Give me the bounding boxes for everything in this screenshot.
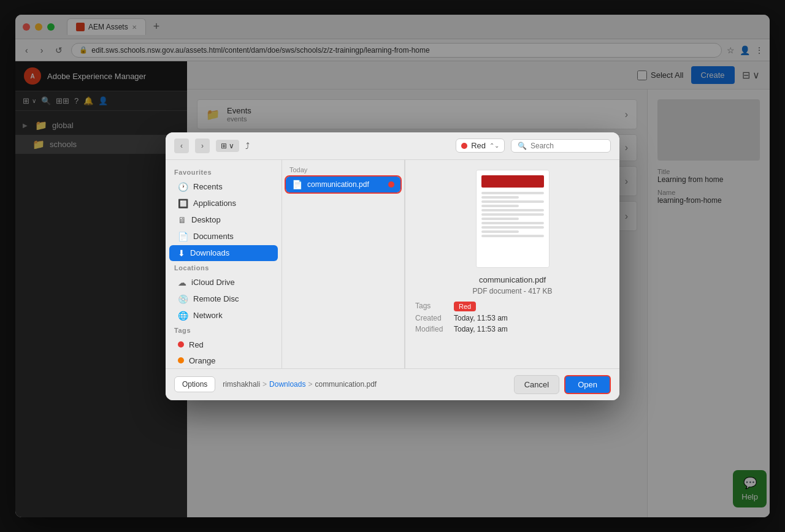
tag-dot-orange [178,357,184,363]
fp-body: Favourites 🕐 Recents 🔲 Applications 🖥 De… [166,160,619,368]
fp-view-icon: ⊞ [221,142,227,150]
fp-favourites-header: Favourites [166,166,281,178]
fp-created-label: Created [415,314,449,322]
sidebar-label-downloads: Downloads [190,248,229,257]
fp-back-icon: ‹ [180,142,183,150]
fp-breadcrumb-file: communication.pdf [315,380,377,389]
fp-doc-line-6 [481,213,544,216]
fp-meta-created: Created Today, 11:53 am [415,314,610,322]
sidebar-tag-orange[interactable]: Orange [169,353,278,368]
fp-tag-arrow: ⌃⌄ [489,142,499,149]
network-icon: 🌐 [178,311,188,321]
fp-breadcrumb-downloads[interactable]: Downloads [269,380,305,389]
fp-open-button[interactable]: Open [564,375,611,394]
remote-icon: 💿 [178,294,188,304]
sidebar-item-icloud[interactable]: ☁ iCloud Drive [169,275,278,291]
sidebar-item-recents[interactable]: 🕐 Recents [169,179,278,195]
sidebar-label-icloud: iCloud Drive [191,278,235,287]
fp-today-label: Today [282,164,404,176]
fp-breadcrumb-user: rimshakhali [223,380,260,389]
fp-meta-tags: Tags Red [415,302,610,311]
fp-doc-line-4 [481,205,519,207]
fp-doc-line-3 [481,200,544,203]
file-picker: ‹ › ⊞ ∨ ⤴ Red ⌃⌄ 🔍 Favouri [166,132,619,400]
fp-content: Today 📄 communication.pdf [282,160,619,368]
fp-preview-type: PDF document - 417 KB [472,287,552,295]
fp-footer: Options rimshakhali > Downloads > commun… [166,368,619,400]
fp-forward-icon: › [201,142,204,150]
fp-tags-label: Tags [415,302,449,310]
sidebar-tag-red[interactable]: Red [169,337,278,352]
fp-preview-doc [477,170,549,267]
sidebar-item-documents[interactable]: 📄 Documents [169,229,278,245]
sidebar-label-network: Network [193,311,223,320]
fp-file-name-communication: communication.pdf [307,180,383,189]
downloads-icon: ⬇ [178,248,185,258]
fp-doc-line-11 [481,235,544,237]
sidebar-item-applications[interactable]: 🔲 Applications [169,196,278,211]
fp-view-button[interactable]: ⊞ ∨ [216,140,239,152]
fp-doc-header [481,175,544,188]
sidebar-label-recents: Recents [193,182,223,191]
fp-preview: communication.pdf PDF document - 417 KB … [405,160,619,368]
tag-label-orange: Orange [189,356,215,365]
fp-preview-image [476,170,550,268]
fp-doc-line-10 [481,230,519,233]
sidebar-item-downloads[interactable]: ⬇ Downloads [169,245,278,261]
fp-dir-button[interactable]: ⤴ [245,141,250,151]
fp-back-button[interactable]: ‹ [174,139,189,153]
fp-tag-label: Red [471,141,486,150]
sidebar-label-remote: Remote Disc [193,294,239,303]
fp-created-value: Today, 11:53 am [454,314,610,322]
sidebar-label-desktop: Desktop [191,215,221,224]
fp-doc-line-2 [481,196,519,199]
fp-doc-line-5 [481,209,544,211]
fp-search[interactable]: 🔍 [511,139,611,153]
sidebar-item-network[interactable]: 🌐 Network [169,308,278,324]
fp-modified-value: Today, 11:53 am [454,325,610,333]
file-picker-overlay: ‹ › ⊞ ∨ ⤴ Red ⌃⌄ 🔍 Favouri [0,0,785,532]
fp-doc-line-1 [481,192,544,194]
fp-tags-header: Tags [166,324,281,336]
fp-options-button[interactable]: Options [174,376,215,392]
fp-file-list: Today 📄 communication.pdf [282,160,405,368]
fp-search-icon: 🔍 [518,142,527,150]
fp-forward-button[interactable]: › [195,139,210,153]
recents-icon: 🕐 [178,182,188,192]
sidebar-label-documents: Documents [193,232,234,241]
fp-doc-line-8 [481,222,544,224]
fp-file-item-communication[interactable]: 📄 communication.pdf [286,177,400,192]
fp-breadcrumb-sep-1: > [262,380,267,389]
applications-icon: 🔲 [178,199,188,208]
fp-file-badge [388,181,394,188]
desktop-icon: 🖥 [178,215,186,225]
tag-dot-red [178,341,184,348]
fp-meta-modified: Modified Today, 11:53 am [415,325,610,333]
fp-doc-line-9 [481,226,544,229]
fp-locations-header: Locations [166,262,281,274]
fp-search-input[interactable] [530,142,604,150]
fp-view-chevron: ∨ [229,142,234,150]
tag-label-red: Red [189,340,204,349]
fp-tag-selector[interactable]: Red ⌃⌄ [456,139,505,153]
fp-tags-value: Red [454,302,476,311]
documents-icon: 📄 [178,232,188,241]
fp-file-icon-pdf: 📄 [292,180,302,189]
fp-sidebar: Favourites 🕐 Recents 🔲 Applications 🖥 De… [166,160,282,368]
fp-footer-buttons: Cancel Open [514,375,611,394]
sidebar-item-desktop[interactable]: 🖥 Desktop [169,212,278,228]
sidebar-label-applications: Applications [193,199,236,208]
fp-breadcrumb-sep-2: > [308,380,312,389]
fp-modified-label: Modified [415,325,449,333]
fp-doc-line-7 [481,218,519,220]
fp-cancel-button[interactable]: Cancel [514,375,559,394]
fp-toolbar: ‹ › ⊞ ∨ ⤴ Red ⌃⌄ 🔍 [166,132,619,160]
fp-tag-dot [461,143,467,149]
fp-preview-name: communication.pdf [479,275,546,284]
sidebar-item-remote[interactable]: 💿 Remote Disc [169,291,278,307]
icloud-icon: ☁ [178,278,186,287]
fp-breadcrumb: rimshakhali > Downloads > communication.… [223,380,513,389]
